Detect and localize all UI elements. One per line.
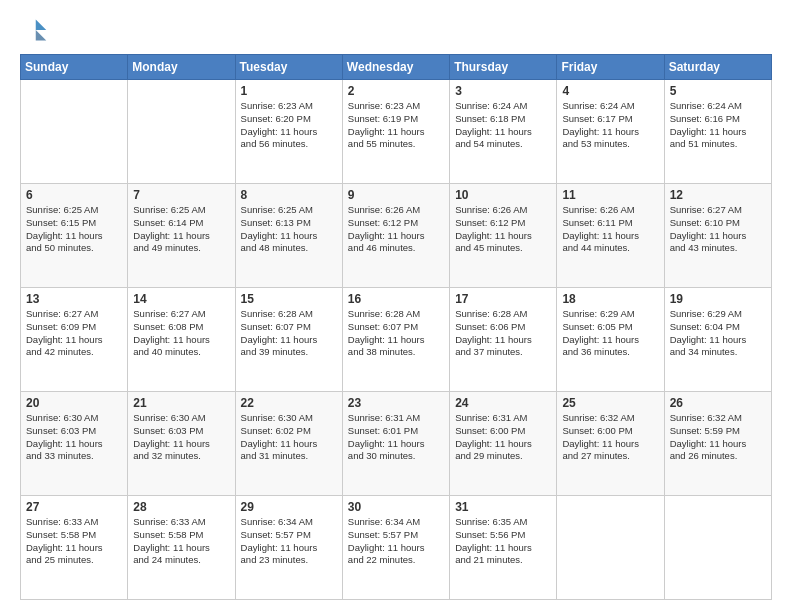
day-number: 12 (670, 188, 766, 202)
day-info: Sunrise: 6:29 AMSunset: 6:05 PMDaylight:… (562, 308, 658, 359)
calendar-cell (21, 80, 128, 184)
calendar-cell: 9Sunrise: 6:26 AMSunset: 6:12 PMDaylight… (342, 184, 449, 288)
day-info: Sunrise: 6:24 AMSunset: 6:17 PMDaylight:… (562, 100, 658, 151)
calendar-weekday-sunday: Sunday (21, 55, 128, 80)
calendar-week-row: 27Sunrise: 6:33 AMSunset: 5:58 PMDayligh… (21, 496, 772, 600)
day-number: 3 (455, 84, 551, 98)
calendar-table: SundayMondayTuesdayWednesdayThursdayFrid… (20, 54, 772, 600)
day-number: 4 (562, 84, 658, 98)
day-info: Sunrise: 6:31 AMSunset: 6:00 PMDaylight:… (455, 412, 551, 463)
day-info: Sunrise: 6:26 AMSunset: 6:12 PMDaylight:… (455, 204, 551, 255)
calendar-weekday-monday: Monday (128, 55, 235, 80)
calendar-weekday-tuesday: Tuesday (235, 55, 342, 80)
day-info: Sunrise: 6:30 AMSunset: 6:02 PMDaylight:… (241, 412, 337, 463)
calendar-weekday-wednesday: Wednesday (342, 55, 449, 80)
logo-icon (20, 16, 48, 44)
calendar-cell: 18Sunrise: 6:29 AMSunset: 6:05 PMDayligh… (557, 288, 664, 392)
calendar-cell: 30Sunrise: 6:34 AMSunset: 5:57 PMDayligh… (342, 496, 449, 600)
calendar-cell: 22Sunrise: 6:30 AMSunset: 6:02 PMDayligh… (235, 392, 342, 496)
calendar-cell: 12Sunrise: 6:27 AMSunset: 6:10 PMDayligh… (664, 184, 771, 288)
day-number: 13 (26, 292, 122, 306)
calendar-cell: 3Sunrise: 6:24 AMSunset: 6:18 PMDaylight… (450, 80, 557, 184)
logo (20, 16, 52, 44)
day-number: 7 (133, 188, 229, 202)
day-info: Sunrise: 6:35 AMSunset: 5:56 PMDaylight:… (455, 516, 551, 567)
calendar-cell: 19Sunrise: 6:29 AMSunset: 6:04 PMDayligh… (664, 288, 771, 392)
svg-marker-1 (36, 30, 47, 41)
calendar-cell: 24Sunrise: 6:31 AMSunset: 6:00 PMDayligh… (450, 392, 557, 496)
calendar-header-row: SundayMondayTuesdayWednesdayThursdayFrid… (21, 55, 772, 80)
day-number: 2 (348, 84, 444, 98)
day-number: 6 (26, 188, 122, 202)
calendar-cell: 10Sunrise: 6:26 AMSunset: 6:12 PMDayligh… (450, 184, 557, 288)
day-number: 9 (348, 188, 444, 202)
day-info: Sunrise: 6:30 AMSunset: 6:03 PMDaylight:… (26, 412, 122, 463)
day-number: 28 (133, 500, 229, 514)
day-info: Sunrise: 6:28 AMSunset: 6:06 PMDaylight:… (455, 308, 551, 359)
day-info: Sunrise: 6:27 AMSunset: 6:08 PMDaylight:… (133, 308, 229, 359)
calendar-cell: 31Sunrise: 6:35 AMSunset: 5:56 PMDayligh… (450, 496, 557, 600)
day-number: 23 (348, 396, 444, 410)
calendar-cell: 17Sunrise: 6:28 AMSunset: 6:06 PMDayligh… (450, 288, 557, 392)
day-number: 15 (241, 292, 337, 306)
calendar-cell: 21Sunrise: 6:30 AMSunset: 6:03 PMDayligh… (128, 392, 235, 496)
day-info: Sunrise: 6:34 AMSunset: 5:57 PMDaylight:… (348, 516, 444, 567)
day-info: Sunrise: 6:25 AMSunset: 6:15 PMDaylight:… (26, 204, 122, 255)
day-number: 22 (241, 396, 337, 410)
day-number: 17 (455, 292, 551, 306)
day-info: Sunrise: 6:24 AMSunset: 6:18 PMDaylight:… (455, 100, 551, 151)
day-info: Sunrise: 6:28 AMSunset: 6:07 PMDaylight:… (348, 308, 444, 359)
calendar-cell (664, 496, 771, 600)
calendar-weekday-friday: Friday (557, 55, 664, 80)
page: SundayMondayTuesdayWednesdayThursdayFrid… (0, 0, 792, 612)
calendar-cell: 11Sunrise: 6:26 AMSunset: 6:11 PMDayligh… (557, 184, 664, 288)
day-info: Sunrise: 6:27 AMSunset: 6:10 PMDaylight:… (670, 204, 766, 255)
day-info: Sunrise: 6:26 AMSunset: 6:12 PMDaylight:… (348, 204, 444, 255)
day-number: 21 (133, 396, 229, 410)
calendar-cell: 20Sunrise: 6:30 AMSunset: 6:03 PMDayligh… (21, 392, 128, 496)
day-info: Sunrise: 6:23 AMSunset: 6:20 PMDaylight:… (241, 100, 337, 151)
day-info: Sunrise: 6:28 AMSunset: 6:07 PMDaylight:… (241, 308, 337, 359)
calendar-weekday-thursday: Thursday (450, 55, 557, 80)
calendar-cell (557, 496, 664, 600)
calendar-cell: 25Sunrise: 6:32 AMSunset: 6:00 PMDayligh… (557, 392, 664, 496)
calendar-cell: 28Sunrise: 6:33 AMSunset: 5:58 PMDayligh… (128, 496, 235, 600)
calendar-week-row: 13Sunrise: 6:27 AMSunset: 6:09 PMDayligh… (21, 288, 772, 392)
calendar-cell: 29Sunrise: 6:34 AMSunset: 5:57 PMDayligh… (235, 496, 342, 600)
day-info: Sunrise: 6:25 AMSunset: 6:13 PMDaylight:… (241, 204, 337, 255)
day-number: 10 (455, 188, 551, 202)
day-number: 16 (348, 292, 444, 306)
day-number: 8 (241, 188, 337, 202)
day-number: 11 (562, 188, 658, 202)
day-info: Sunrise: 6:24 AMSunset: 6:16 PMDaylight:… (670, 100, 766, 151)
svg-marker-0 (36, 20, 47, 31)
calendar-cell: 1Sunrise: 6:23 AMSunset: 6:20 PMDaylight… (235, 80, 342, 184)
calendar-weekday-saturday: Saturday (664, 55, 771, 80)
calendar-cell: 2Sunrise: 6:23 AMSunset: 6:19 PMDaylight… (342, 80, 449, 184)
day-info: Sunrise: 6:32 AMSunset: 5:59 PMDaylight:… (670, 412, 766, 463)
calendar-week-row: 1Sunrise: 6:23 AMSunset: 6:20 PMDaylight… (21, 80, 772, 184)
header (20, 16, 772, 44)
day-info: Sunrise: 6:34 AMSunset: 5:57 PMDaylight:… (241, 516, 337, 567)
calendar-cell: 26Sunrise: 6:32 AMSunset: 5:59 PMDayligh… (664, 392, 771, 496)
calendar-cell: 4Sunrise: 6:24 AMSunset: 6:17 PMDaylight… (557, 80, 664, 184)
day-number: 18 (562, 292, 658, 306)
day-number: 5 (670, 84, 766, 98)
calendar-cell: 13Sunrise: 6:27 AMSunset: 6:09 PMDayligh… (21, 288, 128, 392)
day-info: Sunrise: 6:32 AMSunset: 6:00 PMDaylight:… (562, 412, 658, 463)
day-info: Sunrise: 6:26 AMSunset: 6:11 PMDaylight:… (562, 204, 658, 255)
day-info: Sunrise: 6:23 AMSunset: 6:19 PMDaylight:… (348, 100, 444, 151)
calendar-cell: 7Sunrise: 6:25 AMSunset: 6:14 PMDaylight… (128, 184, 235, 288)
calendar-cell: 16Sunrise: 6:28 AMSunset: 6:07 PMDayligh… (342, 288, 449, 392)
day-number: 29 (241, 500, 337, 514)
day-number: 31 (455, 500, 551, 514)
day-info: Sunrise: 6:29 AMSunset: 6:04 PMDaylight:… (670, 308, 766, 359)
calendar-week-row: 6Sunrise: 6:25 AMSunset: 6:15 PMDaylight… (21, 184, 772, 288)
calendar-week-row: 20Sunrise: 6:30 AMSunset: 6:03 PMDayligh… (21, 392, 772, 496)
day-number: 24 (455, 396, 551, 410)
calendar-cell: 6Sunrise: 6:25 AMSunset: 6:15 PMDaylight… (21, 184, 128, 288)
day-info: Sunrise: 6:30 AMSunset: 6:03 PMDaylight:… (133, 412, 229, 463)
calendar-cell: 5Sunrise: 6:24 AMSunset: 6:16 PMDaylight… (664, 80, 771, 184)
day-info: Sunrise: 6:33 AMSunset: 5:58 PMDaylight:… (26, 516, 122, 567)
day-number: 25 (562, 396, 658, 410)
